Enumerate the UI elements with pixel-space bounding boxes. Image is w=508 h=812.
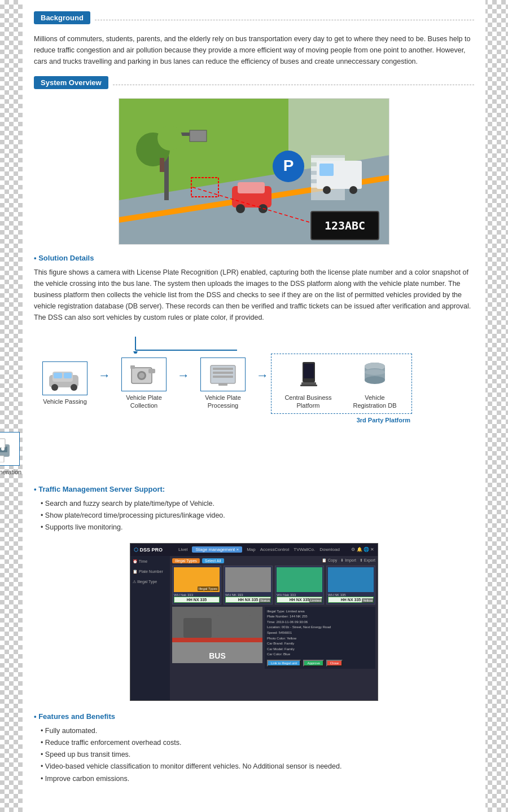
system-overview-badge: System Overview (34, 76, 108, 89)
svg-point-27 (157, 126, 182, 151)
svg-rect-65 (172, 638, 262, 642)
svg-rect-35 (64, 373, 72, 378)
features-title: • Features and Benefits (34, 712, 474, 721)
dss-card-2[interactable]: Status WH NK 333 HH NX 335 (224, 566, 273, 604)
dss-large-image: BUS (172, 607, 262, 663)
dss-card-3[interactable]: Limited WH Nak 333 HH NX 335 (275, 566, 324, 604)
dashed-group: Central BusinessPlatform (271, 354, 412, 414)
system-overview-divider (113, 85, 474, 85)
svg-rect-51 (300, 385, 317, 386)
svg-rect-60 (0, 439, 5, 448)
background-badge: Background (34, 11, 90, 24)
traffic-management-bullets: Search and fuzzy search by plate/time/ty… (34, 498, 474, 534)
solution-details-title: • Solution Details (34, 254, 474, 262)
arrow-3: → (256, 368, 269, 399)
svg-rect-45 (213, 372, 233, 374)
dss-sidebar-time[interactable]: ⏰ Time (133, 558, 168, 565)
dss-detail-illegal-type: Illegal Type: Limited area (267, 609, 373, 615)
svg-point-36 (51, 384, 58, 391)
background-section-header: Background (34, 11, 474, 29)
flow-item-registration-db: VehicleRegistration DB (344, 358, 406, 410)
solution-details-text: This figure shows a camera with License … (34, 267, 474, 323)
svg-point-62 (1, 447, 5, 451)
svg-rect-28 (160, 158, 164, 172)
dss-approve-button[interactable]: Approve (303, 660, 323, 667)
dss-detail-time: Time: 2019-11-06 09:30:06 (267, 620, 373, 625)
svg-rect-68 (217, 615, 251, 637)
registration-db-box (352, 358, 397, 391)
svg-rect-49 (304, 364, 314, 378)
dss-card-4[interactable]: Yellow WH NK 335 HH NX 335 (326, 566, 375, 604)
plate-processing-box (200, 358, 246, 391)
svg-rect-41 (148, 369, 155, 373)
flow-diagram: Vehicle Passing → Vehicle PlateCollectio… (34, 337, 474, 476)
central-platform-box (286, 358, 331, 391)
system-overview-section-header: System Overview (34, 76, 474, 94)
svg-rect-44 (213, 368, 233, 370)
dss-filter-btn-select-all[interactable]: Select All (202, 558, 224, 563)
svg-point-40 (139, 373, 144, 378)
dss-detail-panel: Illegal Type: Limited area Plate Number:… (265, 607, 375, 669)
feature-bullet-5: Improve carbon emissions. (41, 773, 474, 785)
dss-close-button[interactable]: Close (326, 660, 343, 667)
feature-bullet-2: Reduce traffic enforcement overhead cost… (41, 737, 474, 749)
svg-text:P: P (283, 157, 294, 174)
dss-detail-car-brand: Car Brand: Family (267, 641, 373, 647)
flow-item-vehicle-passing: Vehicle Passing (34, 361, 96, 405)
traffic-management-title: • Traffic Management Server Support: (34, 485, 474, 493)
dss-sidebar-plate-number[interactable]: 📋 Plate Number (133, 568, 168, 575)
ticket-generation-box (0, 432, 20, 466)
background-text: Millions of commuters, students, parents… (34, 33, 474, 67)
dss-body: ⏰ Time 📋 Plate Number ⚠ Illegal Type Ill… (130, 556, 378, 700)
svg-rect-46 (213, 376, 233, 378)
svg-text:BUS: BUS (209, 651, 226, 660)
svg-rect-16 (238, 182, 265, 193)
vehicle-passing-box (42, 361, 87, 395)
svg-rect-67 (183, 618, 212, 638)
features-bullets: Fully automated. Reduce traffic enforcem… (34, 725, 474, 785)
dss-detail-location: Location: 001b - Street, Next Energy Roa… (267, 625, 373, 630)
svg-point-57 (365, 369, 385, 375)
dss-screenshot: ⬡ DSS PRO Livel Stage management × Map A… (130, 543, 378, 701)
arrow-2: → (177, 368, 190, 399)
traffic-bullet-1: Search and fuzzy search by plate/time/ty… (41, 498, 474, 510)
dss-bottom-section: BUS Illegal Type: Limited area Plate Num… (172, 607, 375, 669)
svg-text:123ABC: 123ABC (325, 219, 365, 232)
svg-rect-34 (54, 373, 62, 378)
flow-label-plate-collection: Vehicle PlateCollection (126, 394, 162, 410)
dss-detail-car-model: Car Model: Family (267, 647, 373, 652)
svg-rect-50 (301, 382, 316, 385)
dss-detail-plate: Plate Number: 144 NK 255 (267, 614, 373, 620)
dss-filter-btn-illegal[interactable]: Illegal Types (172, 558, 200, 563)
page-content: Background Millions of commuters, studen… (23, 0, 485, 812)
flow-item-ticket-generation: Ticket Generation (0, 432, 28, 476)
svg-rect-42 (130, 365, 135, 369)
flow-item-plate-processing: Vehicle PlateProcessing (192, 358, 254, 410)
svg-point-22 (349, 186, 357, 194)
flow-item-central-platform: Central BusinessPlatform (277, 358, 339, 410)
flow-label-plate-processing: Vehicle PlateProcessing (205, 394, 241, 410)
dss-sidebar-illegal-type[interactable]: ⚠ Illegal Type (133, 579, 168, 585)
arrow-1: → (98, 368, 111, 399)
flow-label-vehicle-passing: Vehicle Passing (43, 398, 87, 405)
svg-point-54 (365, 376, 385, 384)
plate-collection-box (121, 358, 167, 391)
dss-detail-photo-color: Photo Color: Yellow (267, 636, 373, 642)
feature-bullet-3: Speed up bus transit times. (41, 749, 474, 761)
system-overview-image: P 123ABC (119, 98, 389, 245)
dss-active-tab[interactable]: Stage management × (192, 546, 242, 553)
dss-card-1[interactable]: Illegal Types WH Nak 333 HH NX 335 (172, 566, 221, 604)
dss-card-row: Illegal Types WH Nak 333 HH NX 335 Statu… (172, 566, 375, 604)
svg-rect-61 (0, 456, 4, 462)
dss-sidebar: ⏰ Time 📋 Plate Number ⚠ Illegal Type (130, 556, 170, 700)
flow-label-registration-db: VehicleRegistration DB (353, 394, 396, 410)
svg-rect-20 (319, 164, 334, 176)
dss-action-bar: Link to Illegal unit Approve Close (267, 660, 373, 667)
ticket-generation-section: ↓ Ticket Generation (0, 418, 28, 476)
flow-row: Vehicle Passing → Vehicle PlateCollectio… (34, 354, 412, 414)
traffic-bullet-3: Supports live monitoring. (41, 522, 474, 533)
third-party-label: 3rd Party Platform (357, 417, 410, 423)
feature-bullet-4: Video-based vehicle classification to mo… (41, 761, 474, 773)
dss-logo: ⬡ DSS PRO (134, 547, 163, 553)
dss-link-button[interactable]: Link to Illegal unit (267, 660, 301, 667)
